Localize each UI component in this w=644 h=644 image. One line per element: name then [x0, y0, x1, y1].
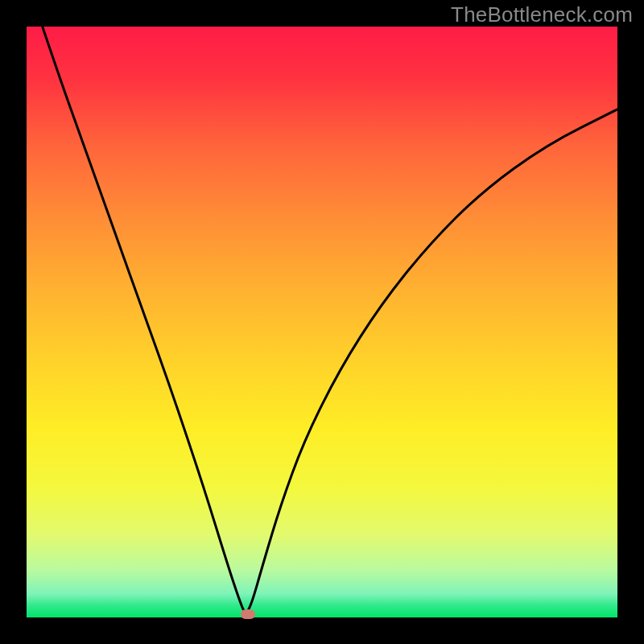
- watermark-text: TheBottleneck.com: [451, 2, 633, 27]
- plot-area: [27, 27, 617, 617]
- chart-frame: TheBottleneck.com: [0, 0, 644, 644]
- bottleneck-curve: [27, 27, 617, 617]
- minimum-marker: [241, 609, 255, 619]
